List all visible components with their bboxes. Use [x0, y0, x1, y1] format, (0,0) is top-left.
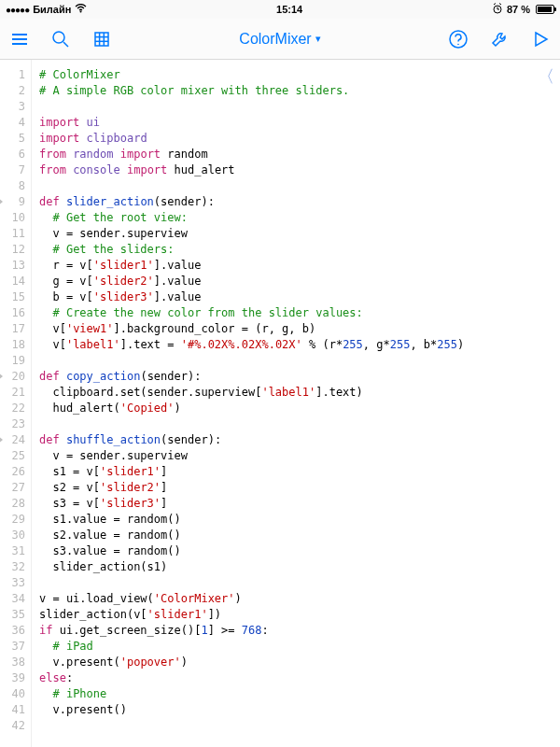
code-line[interactable]	[39, 575, 553, 591]
search-icon[interactable]	[50, 29, 71, 49]
status-left: ●●●●● Билайн	[6, 4, 87, 15]
svg-line-4	[494, 4, 496, 6]
code-line[interactable]: if ui.get_screen_size()[1] >= 768:	[39, 623, 553, 639]
menu-icon[interactable]	[9, 29, 30, 49]
code-line[interactable]	[39, 718, 553, 734]
code-line[interactable]: # Create the new color from the slider v…	[39, 305, 553, 321]
line-number: 31	[0, 543, 25, 559]
line-number: 19	[0, 353, 25, 369]
code-line[interactable]: hud_alert('Copied')	[39, 401, 553, 416]
code-line[interactable]: # Get the sliders:	[39, 242, 553, 258]
code-line[interactable]: s1 = v['slider1']	[39, 464, 553, 480]
code-line[interactable]: # Get the root view:	[39, 210, 553, 226]
line-number: 12	[0, 242, 25, 258]
code-line[interactable]: v = ui.load_view('ColorMixer')	[39, 591, 553, 607]
line-number: 21	[0, 385, 25, 401]
line-number: 8	[0, 178, 25, 194]
line-number: 23	[0, 416, 25, 432]
code-line[interactable]: # ColorMixer	[39, 67, 553, 83]
line-number: 10	[0, 210, 25, 226]
code-line[interactable]: v = sender.superview	[39, 226, 553, 242]
code-line[interactable]: v = sender.superview	[39, 448, 553, 464]
code-line[interactable]: v.present('popover')	[39, 655, 553, 670]
code-line[interactable]	[39, 416, 553, 432]
wrench-icon[interactable]	[489, 29, 510, 49]
code-line[interactable]: # A simple RGB color mixer with three sl…	[39, 83, 553, 99]
line-number: 22	[0, 401, 25, 416]
line-number: 7	[0, 162, 25, 178]
toolbar: ColorMixer ▾	[0, 19, 560, 60]
code-line[interactable]: import ui	[39, 115, 553, 131]
code-line[interactable]: r = v['slider1'].value	[39, 258, 553, 274]
run-icon[interactable]	[530, 29, 551, 49]
line-number: 5	[0, 131, 25, 147]
line-number: 18	[0, 337, 25, 353]
code-line[interactable]: else:	[39, 670, 553, 686]
line-number: 27	[0, 480, 25, 496]
line-number: 37	[0, 639, 25, 655]
code-line[interactable]: def slider_action(sender):	[39, 194, 553, 210]
line-number: 38	[0, 655, 25, 670]
code-line[interactable]: slider_action(v['slider1'])	[39, 607, 553, 623]
code-line[interactable]: def shuffle_action(sender):	[39, 432, 553, 448]
code-content[interactable]: # ColorMixer# A simple RGB color mixer w…	[32, 60, 560, 747]
title-dropdown[interactable]: ColorMixer ▾	[239, 31, 320, 48]
wifi-icon	[75, 4, 87, 15]
code-line[interactable]: s2.value = random()	[39, 528, 553, 543]
code-line[interactable]: s3.value = random()	[39, 543, 553, 559]
code-line[interactable]: g = v['slider2'].value	[39, 274, 553, 289]
line-number: 2	[0, 83, 25, 99]
line-number: 1	[0, 67, 25, 83]
line-number: 14	[0, 274, 25, 289]
alarm-icon	[492, 3, 503, 16]
code-line[interactable]	[39, 353, 553, 369]
title-label: ColorMixer	[239, 31, 311, 48]
line-number: 6	[0, 147, 25, 162]
svg-point-9	[53, 32, 64, 43]
line-number: 3	[0, 99, 25, 115]
back-chevron-icon[interactable]: 〈	[538, 65, 554, 88]
code-line[interactable]: b = v['slider3'].value	[39, 289, 553, 305]
svg-rect-11	[95, 33, 108, 46]
carrier-label: Билайн	[33, 4, 71, 15]
code-line[interactable]	[39, 178, 553, 194]
code-line[interactable]: def copy_action(sender):	[39, 369, 553, 385]
line-number: 40	[0, 686, 25, 702]
line-number: 13	[0, 258, 25, 274]
code-line[interactable]: v['label1'].text = '#%.02X%.02X%.02X' % …	[39, 337, 553, 353]
svg-marker-18	[536, 33, 547, 46]
code-line[interactable]: from random import random	[39, 147, 553, 162]
line-number: 11	[0, 226, 25, 242]
line-number: 33	[0, 575, 25, 591]
line-gutter: 1234567891011121314151617181920212223242…	[0, 60, 32, 747]
code-line[interactable]	[39, 99, 553, 115]
line-number: 24	[0, 432, 25, 448]
line-number: 34	[0, 591, 25, 607]
code-line[interactable]: # iPad	[39, 639, 553, 655]
line-number: 9	[0, 194, 25, 210]
help-icon[interactable]	[448, 29, 469, 49]
code-line[interactable]: slider_action(s1)	[39, 559, 553, 575]
code-line[interactable]: s2 = v['slider2']	[39, 480, 553, 496]
code-line[interactable]: s1.value = random()	[39, 512, 553, 528]
code-line[interactable]: import clipboard	[39, 131, 553, 147]
code-line[interactable]: s3 = v['slider3']	[39, 496, 553, 512]
line-number: 15	[0, 289, 25, 305]
line-number: 41	[0, 702, 25, 718]
grid-icon[interactable]	[91, 29, 112, 49]
editor[interactable]: 1234567891011121314151617181920212223242…	[0, 60, 560, 747]
code-line[interactable]: # iPhone	[39, 686, 553, 702]
battery-icon	[536, 5, 554, 14]
svg-point-17	[457, 43, 459, 45]
code-line[interactable]: v.present()	[39, 702, 553, 718]
line-number: 39	[0, 670, 25, 686]
svg-point-0	[80, 11, 82, 13]
status-time: 15:14	[276, 4, 302, 15]
code-line[interactable]: v['view1'].background_color = (r, g, b)	[39, 321, 553, 337]
line-number: 20	[0, 369, 25, 385]
line-number: 32	[0, 559, 25, 575]
signal-dots-icon: ●●●●●	[6, 5, 29, 15]
code-line[interactable]: from console import hud_alert	[39, 162, 553, 178]
code-line[interactable]: clipboard.set(sender.superview['label1']…	[39, 385, 553, 401]
svg-line-5	[499, 4, 501, 6]
